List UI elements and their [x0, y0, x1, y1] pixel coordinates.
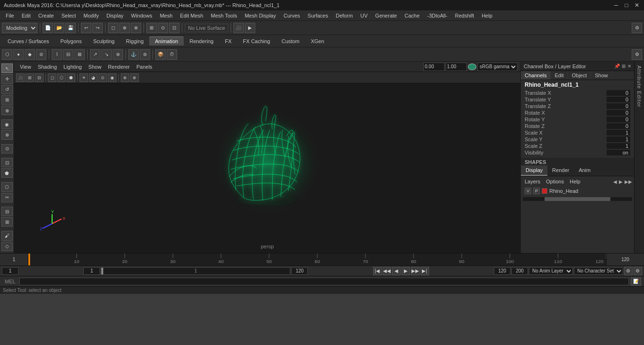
vp-ao-button[interactable]: ◉ — [108, 73, 116, 82]
anim-layer-dropdown[interactable]: No Anim Layer — [529, 267, 573, 275]
rotate-x-value[interactable]: 0 — [607, 110, 630, 116]
rotate-y-row[interactable]: Rotate Y 0 — [521, 116, 634, 123]
maximize-button[interactable]: □ — [623, 2, 630, 9]
menu-surfaces[interactable]: Surfaces — [304, 12, 332, 19]
go-to-start-button[interactable]: |◀ — [373, 267, 382, 275]
snap-grid-button[interactable]: ⊞ — [146, 23, 157, 33]
translate-z-value[interactable]: 0 — [607, 103, 630, 109]
coord-x-input[interactable] — [423, 63, 445, 71]
go-to-end-button[interactable]: ▶| — [420, 267, 429, 275]
vp-camera-button[interactable]: 🎥 — [16, 73, 25, 82]
scale-tool-button[interactable]: ⊞ — [1, 95, 13, 105]
rotate-x-row[interactable]: Rotate X 0 — [521, 109, 634, 116]
tab-xgen[interactable]: XGen — [305, 37, 330, 45]
cache-button[interactable]: 📦 — [155, 49, 166, 60]
menu-select[interactable]: Select — [58, 12, 80, 19]
lasso-select-button[interactable]: ⊕ — [119, 23, 130, 33]
tab-custom[interactable]: Custom — [276, 37, 305, 45]
close-button[interactable]: ✕ — [634, 2, 640, 9]
translate-y-value[interactable]: 0 — [607, 97, 630, 102]
layer-color-swatch[interactable] — [542, 188, 547, 194]
layer-add-btn[interactable]: ▶▶ — [625, 179, 632, 184]
layer-prev-btn[interactable]: ◀ — [613, 179, 617, 184]
playback-speed-button[interactable]: ⏱ — [167, 49, 177, 60]
tb-settings-button[interactable]: ⚙ — [632, 49, 642, 60]
scale-y-value[interactable]: 1 — [607, 136, 630, 142]
visibility-value[interactable]: on — [607, 150, 630, 155]
vp-isolate-button[interactable]: ⊗ — [130, 73, 139, 82]
save-scene-button[interactable]: 💾 — [65, 23, 76, 33]
settings-button[interactable]: ⚙ — [632, 23, 642, 33]
lighting-menu[interactable]: Lighting — [61, 63, 85, 71]
channel-box-scroll[interactable]: Rhino_Head_ncl1_1 Translate X 0 Translat… — [521, 80, 634, 165]
tab-rigging[interactable]: Rigging — [120, 37, 149, 45]
timeline-scrubber[interactable]: 1 — [101, 267, 290, 275]
menu-3dtall[interactable]: -3DtoAll- — [423, 12, 451, 19]
color-profile-dropdown[interactable]: sRGB gamma — [477, 63, 518, 71]
script-editor-button[interactable]: 📝 — [631, 277, 641, 286]
multi-cut-button[interactable]: ✂ — [1, 193, 13, 202]
open-scene-button[interactable]: 📂 — [54, 23, 64, 33]
time-range-input[interactable] — [494, 267, 510, 275]
select-mode-button[interactable]: ◻ — [108, 23, 118, 33]
auto-key-button[interactable]: ● — [13, 49, 24, 60]
ik-button[interactable]: ⊚ — [140, 49, 150, 60]
select-tool-button[interactable]: ↖ — [1, 64, 13, 73]
tab-show[interactable]: Show — [591, 71, 612, 80]
minimize-button[interactable]: ─ — [613, 2, 619, 9]
extra-button[interactable]: ◇ — [1, 242, 13, 251]
menu-generate[interactable]: Generate — [371, 12, 401, 19]
visibility-row[interactable]: Visibility on — [521, 149, 634, 156]
menu-uv[interactable]: UV — [357, 12, 371, 19]
render-frame-button[interactable]: ▶ — [245, 23, 255, 33]
new-scene-button[interactable]: 📄 — [43, 23, 53, 33]
tangent2-button[interactable]: ↘ — [101, 49, 112, 60]
menu-mesh-display[interactable]: Mesh Display — [241, 12, 280, 19]
panels-menu[interactable]: Panels — [134, 63, 155, 71]
key-button[interactable]: ⬡ — [2, 49, 12, 60]
rotate-z-row[interactable]: Rotate Z 0 — [521, 123, 634, 129]
vp-light-button[interactable]: ☀ — [80, 73, 88, 82]
weighted-button[interactable]: ⊛ — [113, 49, 123, 60]
layers-scrollbar-thumb[interactable] — [545, 197, 610, 201]
graph-editor-button[interactable]: ⌇ — [52, 49, 62, 60]
menu-edit[interactable]: Edit — [18, 12, 35, 19]
scale-x-row[interactable]: Scale X 1 — [521, 129, 634, 136]
translate-x-row[interactable]: Translate X 0 — [521, 90, 634, 96]
menu-curves[interactable]: Curves — [280, 12, 304, 19]
panel-float-button[interactable]: ⊞ — [622, 64, 626, 69]
workspace-dropdown[interactable]: Modeling — [2, 23, 37, 33]
vp-wireframe-button[interactable]: ◻ — [48, 73, 56, 82]
dope-sheet-button[interactable]: ⊟ — [63, 49, 73, 60]
help-btn[interactable]: Help — [568, 178, 582, 185]
translate-x-value[interactable]: 0 — [607, 90, 630, 96]
tab-channels[interactable]: Channels — [521, 71, 551, 80]
scale-z-row[interactable]: Scale Z 1 — [521, 143, 634, 149]
constraint-button[interactable]: ⚓ — [128, 49, 139, 60]
show-menu[interactable]: Show — [86, 63, 105, 71]
translate-z-row[interactable]: Translate Z 0 — [521, 103, 634, 109]
options-btn[interactable]: Options — [544, 178, 566, 185]
viewport-canvas[interactable]: X Y Z persp — [14, 83, 520, 253]
render-tab[interactable]: Render — [547, 165, 574, 176]
rotate-z-value[interactable]: 0 — [607, 123, 630, 129]
tab-edit[interactable]: Edit — [551, 71, 568, 80]
snap-together-button[interactable]: ⊟ — [1, 207, 13, 216]
anim-tab[interactable]: Anim — [574, 165, 595, 176]
snap-curve-button[interactable]: ⊙ — [158, 23, 168, 33]
scale-x-value[interactable]: 1 — [607, 130, 630, 136]
anim-layer-settings-button[interactable]: ⚙ — [624, 267, 633, 275]
connect-button[interactable]: ⊞ — [1, 217, 13, 227]
mute-button[interactable]: ⊘ — [36, 49, 46, 60]
snap-point-button[interactable]: ⊡ — [169, 23, 179, 33]
rotate-tool-button[interactable]: ↺ — [1, 85, 13, 94]
layer-name[interactable]: Rhino_Head — [549, 188, 578, 194]
scrubber-handle[interactable] — [101, 268, 103, 274]
char-set-settings-button[interactable]: ⚙ — [634, 267, 642, 275]
timeline-ruler[interactable]: 10 20 30 40 50 60 70 80 90 100 110 120 — [28, 254, 606, 265]
paint-select-button[interactable]: ⊗ — [131, 23, 141, 33]
step-forward-button[interactable]: ▶▶ — [411, 267, 420, 275]
tab-object[interactable]: Object — [568, 71, 591, 80]
menu-mesh[interactable]: Mesh — [156, 12, 176, 19]
display-tab[interactable]: Display — [521, 165, 547, 176]
